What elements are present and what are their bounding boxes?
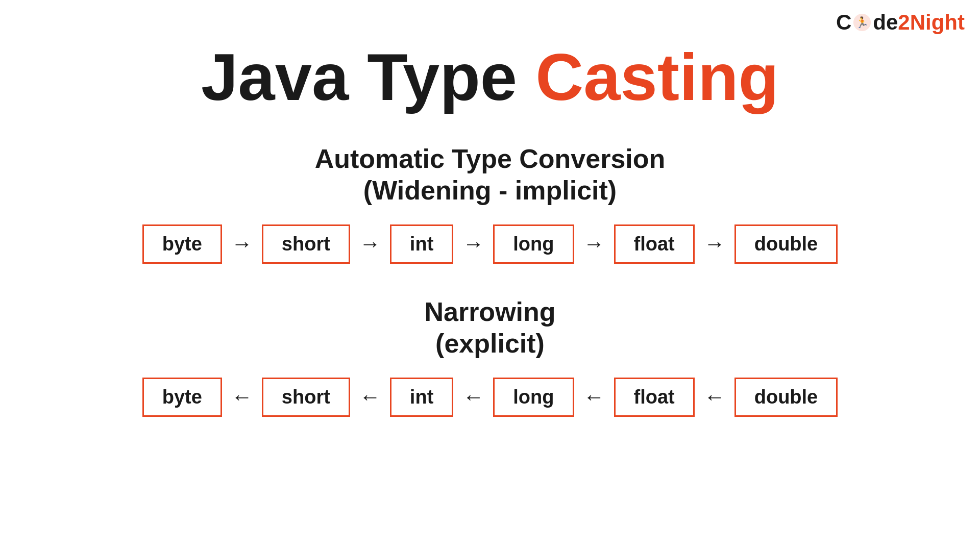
- widening-heading-line2: (Widening - implicit): [0, 174, 980, 206]
- logo-icon: 🏃: [852, 13, 872, 32]
- widening-type-long: long: [493, 224, 574, 264]
- widening-arrow-1: →: [222, 232, 262, 256]
- title-casting: Casting: [535, 40, 779, 114]
- narrowing-title: Narrowing (explicit): [0, 296, 980, 360]
- narrowing-chain: byte ← short ← int ← long ← float ← doub…: [0, 378, 980, 417]
- main-title: Java Type Casting: [0, 41, 980, 114]
- narrowing-arrow-4: ←: [574, 385, 614, 409]
- widening-arrow-2: →: [350, 232, 390, 256]
- narrowing-type-short: short: [262, 378, 350, 417]
- narrowing-type-long: long: [493, 378, 574, 417]
- title-java-type: Java Type: [201, 40, 535, 114]
- narrowing-type-byte: byte: [142, 378, 222, 417]
- narrowing-arrow-5: ←: [695, 385, 734, 409]
- svg-text:🏃: 🏃: [855, 16, 869, 29]
- widening-arrow-3: →: [453, 232, 493, 256]
- widening-chain: byte → short → int → long → float → doub…: [0, 224, 980, 264]
- logo: C 🏃 de 2Night: [836, 10, 965, 35]
- narrowing-type-double: double: [734, 378, 838, 417]
- widening-type-double: double: [734, 224, 838, 264]
- narrowing-heading-line1: Narrowing: [0, 296, 980, 328]
- logo-2night-text: 2Night: [898, 10, 965, 35]
- logo-de-text: de: [873, 10, 898, 35]
- narrowing-arrow-1: ←: [222, 385, 262, 409]
- narrowing-type-int: int: [390, 378, 453, 417]
- narrowing-heading-line2: (explicit): [0, 328, 980, 359]
- widening-heading-line1: Automatic Type Conversion: [0, 143, 980, 174]
- logo-code-text: C: [836, 10, 851, 35]
- widening-section: Automatic Type Conversion (Widening - im…: [0, 143, 980, 264]
- widening-type-int: int: [390, 224, 453, 264]
- narrowing-type-float: float: [614, 378, 695, 417]
- widening-type-short: short: [262, 224, 350, 264]
- narrowing-section: Narrowing (explicit) byte ← short ← int …: [0, 296, 980, 417]
- widening-type-byte: byte: [142, 224, 222, 264]
- widening-arrow-5: →: [695, 232, 734, 256]
- narrowing-arrow-3: ←: [453, 385, 493, 409]
- widening-type-float: float: [614, 224, 695, 264]
- widening-arrow-4: →: [574, 232, 614, 256]
- narrowing-arrow-2: ←: [350, 385, 390, 409]
- widening-title: Automatic Type Conversion (Widening - im…: [0, 143, 980, 207]
